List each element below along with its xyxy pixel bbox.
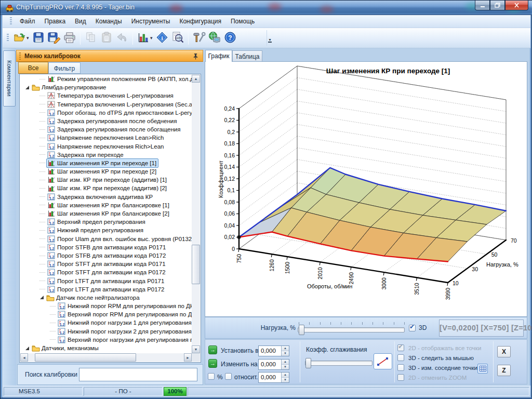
surface-chart[interactable]: 00,020,040,060,080,10,120,140,160,180,20… [205, 62, 527, 316]
interpolate-button[interactable] [374, 353, 392, 369]
percent-checkbox[interactable] [208, 373, 215, 380]
z-axis-button[interactable]: Z [497, 365, 511, 376]
x-axis-button[interactable]: X [497, 346, 511, 357]
menu-item-3[interactable]: Команды [91, 16, 127, 26]
set-value-spinner[interactable]: 0,000 ▲▼ [258, 345, 289, 356]
tree-item-12[interactable]: Шаг изм. КР при переходе (аддитив) [1] [20, 176, 192, 184]
3d-checkbox[interactable]: ✔ [409, 325, 416, 331]
spinner-arrows[interactable]: ▲▼ [281, 360, 289, 369]
expander-icon[interactable] [38, 295, 45, 300]
expander-icon[interactable] [23, 346, 31, 351]
scroll-left-icon[interactable]: ◄ [20, 353, 28, 362]
menu-item-2[interactable]: Вид [70, 16, 91, 26]
help-button[interactable]: ? [222, 30, 238, 46]
option-checkbox-3[interactable] [397, 374, 404, 381]
tree-item-15[interactable]: Шаг изменения КР при балансировке [1] [20, 201, 192, 209]
tree-item-17[interactable]: 1.2Верхний предел регулирования [20, 218, 192, 226]
menu-item-1[interactable]: Правка [40, 16, 71, 26]
preview-button[interactable]: 110% [170, 30, 185, 46]
spin-down-icon[interactable]: ▼ [282, 364, 289, 369]
tree-item-23[interactable]: 1.2Порог STFT для активации кода P0172 [20, 268, 192, 276]
change-value-spinner[interactable]: 0,000 ▲▼ [258, 359, 289, 370]
expander-icon[interactable] [23, 85, 31, 90]
tree-item-7[interactable]: 1.2Напряжение переключения Lean>Rich [20, 134, 192, 142]
tree-item-32[interactable]: Датчики, механизмы [20, 344, 192, 352]
save-as-button[interactable] [46, 30, 62, 46]
close-button[interactable] [505, 1, 528, 10]
tree-item-3[interactable]: Температура включения L-регулирования (S… [20, 100, 192, 109]
apply-change-button[interactable]: → [208, 359, 217, 368]
tree-item-26[interactable]: Датчик после нейтрализатора [20, 294, 192, 302]
tab-table[interactable]: Таблица [232, 50, 262, 62]
spin-up-icon[interactable]: ▲ [282, 360, 289, 364]
scrollbar-thumb[interactable] [35, 353, 136, 362]
tab-graph[interactable]: График [205, 50, 232, 62]
tree-item-8[interactable]: 1.2Напряжение переключения Rich>Lean [20, 142, 192, 151]
tree-item-22[interactable]: 1.2Порог STFT для активации кода P0171 [20, 260, 192, 268]
online-button[interactable] [207, 30, 222, 46]
save-button[interactable] [31, 30, 46, 46]
copy-button[interactable] [83, 30, 99, 46]
option-checkbox-0[interactable]: ✔ [397, 344, 404, 351]
apply-set-button[interactable]: → [208, 345, 217, 354]
option-checkbox-2[interactable] [397, 364, 404, 371]
pin-icon[interactable] [192, 53, 199, 60]
tree-item-1[interactable]: Лямбда-регулирование [20, 83, 192, 91]
tree-item-14[interactable]: 1.2Задержка включения аддитива КР [20, 193, 192, 201]
panel-grip[interactable] [19, 52, 21, 60]
tree-item-2[interactable]: Температура включения L-регулирования [20, 91, 192, 100]
tree-item-18[interactable]: 1.2Нижний предел регулирования [20, 226, 192, 234]
menu-item-0[interactable]: Файл [15, 16, 40, 26]
toolbar-grip[interactable] [7, 34, 9, 42]
spin-up-icon[interactable]: ▲ [282, 373, 289, 377]
spinner-arrows[interactable]: ▲▼ [281, 373, 289, 382]
tree-item-25[interactable]: 1.2Порог LTFT для активации кода P0172 [20, 285, 192, 294]
spin-up-icon[interactable]: ▲ [282, 346, 289, 351]
tree-item-5[interactable]: 1.2Задержка регулирования после обеднени… [20, 117, 192, 125]
chart-mode-button[interactable] [136, 30, 151, 46]
tree-item-21[interactable]: 1.2Порог STFB для активации кода P0172 [20, 251, 192, 260]
search-input[interactable] [79, 368, 197, 381]
maximize-button[interactable] [490, 1, 505, 10]
tree-item-9[interactable]: 1.2Задержка при переходе [20, 151, 192, 159]
tree-item-10[interactable]: Шаг изменения КР при переходе [1] [20, 159, 192, 167]
load-slider-thumb[interactable] [299, 325, 304, 335]
tree-item-24[interactable]: 1.2Порог LTFT для активации кода P0171 [20, 277, 192, 285]
tree-item-0[interactable]: Режим управления положением РВ (АКПП, хо… [20, 75, 192, 83]
spin-down-icon[interactable]: ▼ [282, 351, 289, 356]
title-bar[interactable]: ChipTuningPRO ver.7.4.8.995 - Tager.bin [1, 1, 532, 15]
tab-filter[interactable]: Фильтр [48, 62, 81, 74]
tree-item-30[interactable]: 1.2Нижний порог нагрузки 2 для регулиров… [20, 327, 192, 336]
menu-item-6[interactable]: Помощь [226, 16, 259, 26]
toolbar-overflow-button[interactable]: ▾ [267, 30, 273, 46]
tab-all[interactable]: Все [18, 62, 48, 74]
spin-down-icon[interactable]: ▼ [282, 377, 289, 382]
tree-item-11[interactable]: Шаг изменения КР при переходе [2] [20, 167, 192, 176]
tools-button[interactable] [191, 30, 207, 46]
load-slider-track[interactable] [298, 327, 405, 332]
info-button[interactable]: i [154, 30, 170, 46]
minimize-button[interactable] [475, 1, 490, 10]
smoothing-slider-track[interactable] [305, 361, 373, 366]
open-button[interactable] [12, 30, 28, 46]
tree-item-27[interactable]: 1.2Нижний порог RPM для регулирования по… [20, 302, 192, 310]
relative-value-spinner[interactable]: 0,000 ▲▼ [258, 372, 289, 383]
option-checkbox-1[interactable] [397, 354, 404, 361]
relative-checkbox[interactable] [225, 373, 232, 380]
grid-table-button[interactable] [477, 364, 488, 374]
spinner-arrows[interactable]: ▲▼ [281, 346, 289, 356]
tree-item-28[interactable]: 1.2Верхний порог RPM для регулирования п… [20, 310, 192, 318]
horizontal-scrollbar[interactable]: ◄ ► [20, 353, 192, 362]
scroll-down-icon[interactable]: ▼ [192, 345, 200, 353]
tree-item-6[interactable]: 1.2Задержка регулирования после обогащен… [20, 125, 192, 134]
tree-item-19[interactable]: 1.2Порог Ulam для вкл. ошибок выс. уровн… [20, 235, 192, 243]
toolbar-grip[interactable] [10, 17, 12, 25]
menu-item-4[interactable]: Инструменты [127, 16, 175, 26]
vertical-scrollbar[interactable]: ▲ ▼ [192, 75, 200, 353]
smoothing-slider-thumb[interactable] [305, 358, 311, 368]
tree-item-16[interactable]: Шаг изменения КР при балансировке [2] [20, 209, 192, 218]
tree-item-4[interactable]: 1.2Порог обогащ. по dTPS для приостановк… [20, 109, 192, 117]
tree-item-13[interactable]: Шаг изм. КР при переходе (аддитив) [2] [20, 184, 192, 192]
paste-button[interactable] [99, 30, 114, 46]
scrollbar-thumb[interactable] [192, 245, 200, 284]
